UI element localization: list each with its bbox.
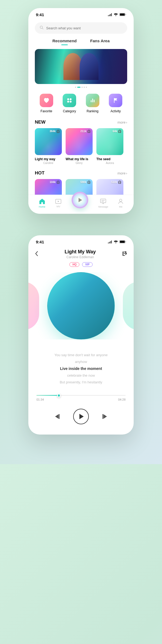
- new-track-list: 364k 🎧 Light my way Caroline 211k 🎧 What…: [28, 128, 134, 164]
- category-ranking[interactable]: Ranking: [86, 94, 99, 113]
- bars-icon: [86, 94, 99, 107]
- more-link[interactable]: more ›: [117, 171, 127, 175]
- track-title: What my life is: [66, 157, 93, 161]
- player-screen: 9:41 Light My Way Caroline Eddleman HQ V…: [28, 235, 134, 435]
- new-section-header: NEW more ›: [28, 120, 134, 125]
- progress-slider[interactable]: [36, 395, 126, 396]
- next-button[interactable]: [102, 414, 107, 419]
- previous-button[interactable]: [55, 414, 60, 419]
- wifi-icon: [114, 12, 118, 17]
- hero-banner[interactable]: [35, 49, 127, 84]
- category-label: Activity: [110, 109, 121, 113]
- user-icon: [118, 199, 123, 205]
- svg-rect-14: [100, 199, 106, 203]
- svg-rect-12: [114, 98, 114, 103]
- svg-point-7: [67, 101, 69, 103]
- svg-rect-11: [94, 100, 94, 102]
- more-link[interactable]: more ›: [117, 120, 127, 124]
- flag-icon: [109, 94, 122, 107]
- hq-badge: HQ: [69, 262, 79, 267]
- headphones-icon: 🎧: [118, 181, 121, 184]
- category-favorite[interactable]: Favorite: [40, 94, 53, 113]
- svg-rect-9: [91, 100, 92, 102]
- heart-icon: [40, 94, 53, 107]
- player-header: Light My Way Caroline Eddleman: [28, 246, 134, 259]
- category-activity[interactable]: Activity: [109, 94, 122, 113]
- home-icon: [39, 199, 45, 205]
- signal-icon: [108, 12, 112, 17]
- svg-rect-19: [120, 241, 125, 243]
- svg-point-5: [67, 98, 69, 100]
- status-time: 9:41: [36, 240, 44, 244]
- status-bar: 9:41: [28, 235, 134, 246]
- track-artist: Aurora: [96, 162, 123, 164]
- nav-home[interactable]: Home: [39, 199, 45, 208]
- player-controls: [28, 401, 134, 435]
- home-screen: 9:41 Recommend Fans Area Favorite Catego…: [28, 8, 134, 214]
- svg-point-17: [120, 199, 122, 201]
- search-input[interactable]: [46, 26, 122, 30]
- track-item[interactable]: 510k 🎧: [96, 179, 123, 195]
- play-icon: [78, 198, 82, 202]
- nav-me[interactable]: Me: [118, 199, 123, 208]
- svg-line-4: [42, 28, 43, 29]
- lyric-line-active: Live inside the moment: [39, 366, 123, 371]
- svg-rect-10: [92, 99, 93, 102]
- progress-thumb[interactable]: [57, 394, 61, 397]
- album-art[interactable]: [47, 272, 115, 340]
- play-icon: [78, 414, 84, 419]
- status-icons: [108, 12, 126, 17]
- bottom-nav: Home MV Message Me: [28, 195, 134, 214]
- status-bar: 9:41: [28, 8, 134, 19]
- nav-mv[interactable]: MV: [55, 199, 61, 208]
- album-art-area: [28, 272, 134, 340]
- headphones-icon: 🎧: [56, 130, 60, 133]
- track-item[interactable]: 364k 🎧 Light my way Caroline: [35, 128, 62, 164]
- track-item[interactable]: 211k 🎧 What my life is Ginny: [66, 128, 93, 164]
- wifi-icon: [114, 240, 118, 244]
- battery-icon: [119, 12, 126, 17]
- search-bar[interactable]: [35, 22, 127, 34]
- nav-message[interactable]: Message: [98, 199, 108, 208]
- status-time: 9:41: [36, 12, 44, 17]
- section-title: HOT: [35, 170, 45, 176]
- lyric-line: You say time don't wait for anyone: [39, 353, 123, 357]
- chevron-right-icon: ›: [126, 171, 127, 175]
- carousel-dots[interactable]: [28, 87, 134, 88]
- battery-icon: [119, 240, 126, 244]
- play-button[interactable]: [73, 409, 89, 424]
- lyric-line: anyhow: [39, 360, 123, 364]
- vip-badge: VIP: [82, 262, 92, 267]
- lyrics[interactable]: You say time don't wait for anyone anyho…: [28, 353, 134, 384]
- headphones-icon: 🎧: [87, 181, 90, 184]
- category-row: Favorite Category Ranking Activity: [28, 94, 134, 113]
- hot-section-header: HOT more ›: [28, 170, 134, 176]
- song-artist: Caroline Eddleman: [65, 255, 96, 259]
- back-button[interactable]: [35, 251, 38, 257]
- search-icon: [40, 26, 43, 30]
- song-title: Light My Way: [65, 249, 96, 255]
- nav-play-button[interactable]: [72, 192, 88, 208]
- quality-badges: HQ VIP: [28, 262, 134, 267]
- track-item[interactable]: 104k 🎧: [35, 179, 62, 195]
- headphones-icon: 🎧: [56, 181, 60, 184]
- message-icon: [100, 199, 106, 205]
- signal-icon: [108, 240, 112, 244]
- svg-point-6: [70, 98, 72, 100]
- status-icons: [108, 240, 126, 244]
- grid-icon: [63, 94, 76, 107]
- lyric-line: But presently, I'm hesitantly: [39, 380, 123, 384]
- tab-recommend[interactable]: Recommend: [52, 38, 77, 45]
- headphones-icon: 🎧: [118, 130, 121, 133]
- chevron-right-icon: ›: [126, 120, 127, 124]
- category-label: Category: [63, 109, 76, 113]
- svg-rect-1: [120, 13, 125, 16]
- svg-point-8: [70, 101, 72, 103]
- tab-fans-area[interactable]: Fans Area: [90, 38, 110, 45]
- time-total: 04:28: [118, 398, 126, 401]
- track-item[interactable]: 64k 🎧 The seed Aurora: [96, 128, 123, 164]
- section-title: NEW: [35, 120, 46, 125]
- share-button[interactable]: [122, 251, 127, 257]
- category-category[interactable]: Category: [63, 94, 76, 113]
- svg-rect-20: [126, 241, 126, 242]
